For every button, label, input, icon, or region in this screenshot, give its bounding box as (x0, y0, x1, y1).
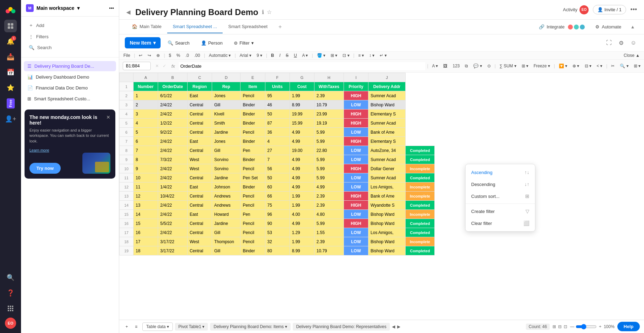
cell-r9-c7[interactable]: 5.99 (314, 155, 344, 164)
cell-r17-c4[interactable]: Pencil (240, 228, 265, 237)
cell-r13-c4[interactable]: Pencil (240, 192, 265, 201)
cell-r17-c6[interactable]: 1.29 (290, 228, 314, 237)
cell-r19-c0[interactable]: 18 (134, 246, 158, 255)
page-view-icon[interactable]: ⊡ (564, 324, 567, 329)
cell-r17-c1[interactable]: 2/4/22 (158, 228, 188, 237)
cell-r9-c3[interactable]: Sorvino (212, 155, 240, 164)
cell-r2-c8[interactable]: HIGH (344, 91, 368, 100)
user-avatar[interactable]: EO (5, 318, 16, 329)
cell-r4-c6[interactable]: 19.99 (290, 109, 314, 119)
cell-r2-c7[interactable]: 2.39 (314, 91, 344, 100)
search-button[interactable]: 🔍 Search (163, 38, 194, 48)
info-icon[interactable]: ℹ (262, 9, 264, 15)
cell-r8-c6[interactable]: 19.00 (290, 146, 314, 155)
cell-r6-c3[interactable]: Jardine (212, 128, 240, 137)
header-item[interactable]: Item (240, 82, 265, 91)
cell-r9-c8[interactable]: LOW (344, 155, 368, 164)
cell-r2-c0[interactable]: 1 (134, 91, 158, 100)
col-header-E[interactable]: E (240, 73, 265, 82)
strikethrough-btn[interactable]: S (284, 52, 291, 59)
cell-r6-c4[interactable]: Pencil (240, 128, 265, 137)
logo-icon[interactable] (4, 4, 17, 17)
cell-r12-c8[interactable]: LOW (344, 182, 368, 192)
col-header-F[interactable]: F (265, 73, 290, 82)
cell-r10-c3[interactable]: Sorvino (212, 164, 240, 173)
cell-r15-c1[interactable]: 2/4/22 (158, 210, 188, 219)
sidebar-item-delivery-planning[interactable]: ☰ Delivery Planning Board De... (24, 61, 116, 71)
cell-r15-c3[interactable]: Howard (212, 210, 240, 219)
cell-r14-c4[interactable]: Pencil (240, 201, 265, 210)
cell-r15-c7[interactable]: 4.80 (314, 210, 344, 219)
cell-r14-c7[interactable]: 2.39 (314, 201, 344, 210)
cell-r13-c6[interactable]: 1.99 (290, 192, 314, 201)
cell-r8-c1[interactable]: 2/4/22 (158, 146, 188, 155)
automate-button[interactable]: ⚙ Automate (592, 22, 625, 32)
cell-r5-c9[interactable]: Sumner Acad (368, 119, 406, 128)
cell-r9-c2[interactable]: West (187, 155, 212, 164)
add-tab-btn[interactable]: ＋ (273, 20, 287, 34)
cell-r11-c7[interactable]: 5.99 (314, 173, 344, 182)
col-header-H[interactable]: H (314, 73, 344, 82)
status-cell-r16[interactable]: Completed (405, 219, 434, 228)
grid-icon[interactable] (4, 302, 17, 315)
cell-r17-c2[interactable]: Central (187, 228, 212, 237)
cell-r8-c0[interactable]: 7 (134, 146, 158, 155)
cell-r16-c7[interactable]: 5.99 (314, 219, 344, 228)
freeze-btn[interactable]: Freeze ▾ (531, 63, 552, 69)
cell-r8-c5[interactable]: 27 (265, 146, 290, 155)
cell-r3-c2[interactable]: Central (187, 100, 212, 109)
cell-r8-c7[interactable]: 22.80 (314, 146, 344, 155)
create-filter[interactable]: Create filter ▽ (466, 205, 535, 217)
cell-r4-c1[interactable]: 2/4/22 (158, 109, 188, 119)
cell-r18-c0[interactable]: 17 (134, 237, 158, 246)
cell-r17-c8[interactable]: LOW (344, 228, 368, 237)
cell-r6-c2[interactable]: Central (187, 128, 212, 137)
col-header-G[interactable]: G (290, 73, 314, 82)
col-header-C[interactable]: C (187, 73, 212, 82)
status-cell-r9[interactable]: Completed (405, 155, 434, 164)
cell-r5-c4[interactable]: Binder (240, 119, 265, 128)
cell-r18-c9[interactable]: Bishop Ward (368, 237, 406, 246)
cell-r14-c5[interactable]: 75 (265, 201, 290, 210)
cell-r14-c9[interactable]: Wyandotte S (368, 201, 406, 210)
cell-r17-c0[interactable]: 16 (134, 228, 158, 237)
cell-r10-c8[interactable]: HIGH (344, 164, 368, 173)
filters-action[interactable]: ⋮ Filters (26, 32, 114, 41)
decimal-inc-btn[interactable]: .00 (192, 52, 202, 59)
search-action[interactable]: 🔍 Search (26, 43, 114, 52)
smiley-btn[interactable]: ☺ (629, 38, 638, 48)
custom-sort[interactable]: Custom sort... ⊞ (466, 190, 535, 202)
cell-r18-c4[interactable]: Pencil (240, 237, 265, 246)
cell-r11-c3[interactable]: Jardine (212, 173, 240, 182)
underline-btn[interactable]: U (292, 52, 299, 59)
ungroup-btn[interactable]: ⊟ ▾ (583, 63, 594, 69)
cell-r7-c1[interactable]: 2/4/22 (158, 137, 188, 146)
cell-r2-c3[interactable]: Jones (212, 91, 240, 100)
cell-r15-c6[interactable]: 4.00 (290, 210, 314, 219)
borders-btn[interactable]: ⊞ ▾ (328, 52, 339, 59)
header-region[interactable]: Region (187, 82, 212, 91)
file-menu[interactable]: File (121, 52, 132, 59)
cell-r12-c1[interactable]: 1/4/22 (158, 182, 188, 192)
cell-r11-c5[interactable]: 50 (265, 173, 290, 182)
sidebar-item-smart-spreadsheet[interactable]: ⊞ Smart Spreadsheet Custo... (24, 94, 116, 104)
cell-r4-c5[interactable]: 50 (265, 109, 290, 119)
cell-r19-c5[interactable]: 80 (265, 246, 290, 255)
undo-btn[interactable]: ↩ (137, 52, 144, 59)
cell-r3-c9[interactable]: Bishop Ward (368, 100, 406, 109)
add-sheet-btn[interactable]: + (123, 324, 130, 330)
activity-button[interactable]: Activity EO (563, 5, 589, 14)
inbox-icon[interactable]: 📥 (4, 51, 17, 63)
cell-r8-c8[interactable]: LOW (344, 146, 368, 155)
person-button[interactable]: 👤 Person (197, 38, 227, 48)
sidebar-more-btn[interactable]: ••• (109, 6, 114, 11)
status-cell-r13[interactable]: Incomplete (405, 192, 434, 201)
cell-r2-c9[interactable]: Sumner Acad (368, 91, 406, 100)
formula-input[interactable] (179, 62, 425, 70)
tab-main-table[interactable]: 🏠 Main Table (126, 20, 167, 33)
tab-table-data[interactable]: Table data ▾ (142, 322, 173, 331)
cell-r17-c9[interactable]: Los Amigos, (368, 228, 406, 237)
cell-r8-c4[interactable]: Pen (240, 146, 265, 155)
collapse-sidebar-btn[interactable]: ◀ (126, 9, 130, 15)
status-cell-r11[interactable]: Completed (405, 173, 434, 182)
